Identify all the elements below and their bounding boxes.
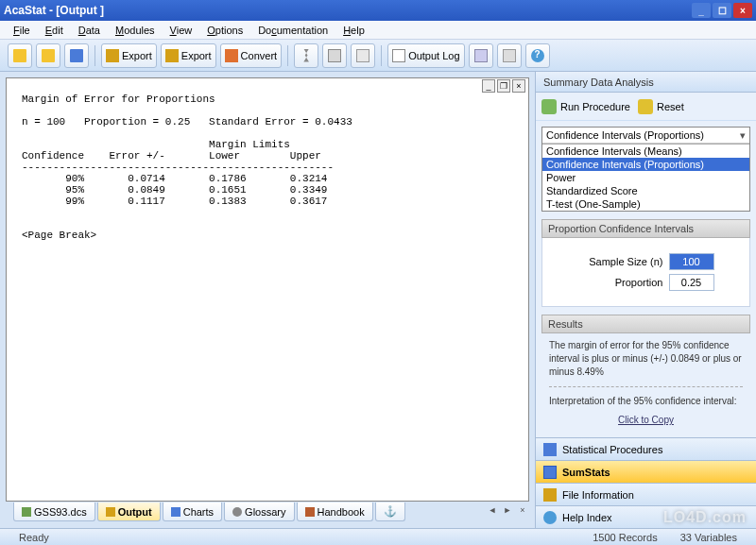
file-icon [543, 488, 557, 502]
menu-view[interactable]: View [163, 23, 200, 38]
tab-output[interactable]: Output [97, 502, 161, 521]
menubar: File Edit Data Modules View Options Docu… [0, 21, 756, 40]
paste-icon [356, 49, 369, 62]
tab-glossary[interactable]: Glossary [224, 502, 294, 521]
nav-help-index[interactable]: Help Index [536, 505, 756, 528]
calc-button[interactable] [469, 43, 493, 68]
procedure-selected[interactable]: Confidence Intervals (Proportions) [542, 128, 749, 144]
close-button[interactable]: × [733, 3, 752, 18]
procedure-option[interactable]: Confidence Intervals (Means) [542, 145, 749, 158]
sample-size-label: Sample Size (n) [578, 256, 663, 267]
procedure-option[interactable]: Confidence Intervals (Proportions) [542, 158, 749, 171]
sumstats-icon [543, 466, 557, 479]
run-icon [541, 99, 557, 114]
proportion-label: Proportion [578, 277, 663, 288]
calculator-icon [474, 49, 488, 62]
convert-button[interactable]: Convert [220, 43, 283, 68]
open-button[interactable] [8, 43, 32, 68]
output-log-button[interactable]: Output Log [387, 43, 464, 68]
menu-modules[interactable]: Modules [108, 23, 163, 38]
maximize-button[interactable]: ☐ [713, 3, 731, 18]
procedure-option[interactable]: Power [542, 171, 749, 184]
side-panel: Summary Data Analysis Run Procedure Rese… [535, 72, 756, 528]
tab-next-button[interactable]: ► [501, 505, 514, 519]
toolbar: Export Export Convert Output Log [0, 40, 756, 72]
folder-icon [13, 49, 26, 62]
run-procedure-button[interactable]: Run Procedure [541, 99, 630, 114]
status-variables: 33 Variables [669, 532, 748, 543]
doc-close-button[interactable]: × [512, 79, 525, 93]
status-records: 1500 Records [581, 532, 669, 543]
log-icon [392, 49, 405, 62]
reset-icon [638, 99, 653, 114]
procedure-option[interactable]: T-test (One-Sample) [542, 197, 749, 211]
menu-help[interactable]: Help [335, 23, 372, 38]
folder-icon [42, 49, 55, 62]
doc-minimize-button[interactable]: _ [482, 79, 495, 93]
menu-data[interactable]: Data [71, 23, 108, 38]
document-tabs: GSS93.dcs Output Charts Glossary Handboo… [6, 502, 529, 522]
menu-edit[interactable]: Edit [38, 23, 71, 38]
export-icon [106, 49, 119, 62]
scissors-icon [300, 49, 313, 62]
data-icon [22, 507, 31, 517]
copy-button[interactable] [322, 43, 347, 68]
export-button-1[interactable]: Export [101, 43, 157, 68]
output-icon [106, 507, 115, 517]
results-title: Results [541, 315, 750, 333]
procedure-select[interactable]: Confidence Intervals (Proportions) Confi… [541, 127, 750, 212]
export-button-2[interactable]: Export [161, 43, 216, 68]
output-text[interactable]: Margin of Error for Proportions n = 100 … [6, 77, 529, 502]
convert-icon [225, 49, 238, 62]
output-panel: _ ❐ × Margin of Error for Proportions n … [0, 72, 535, 528]
results-body: The margin of error for the 95% confiden… [541, 333, 750, 433]
proportion-input[interactable] [669, 274, 714, 291]
side-panel-title: Summary Data Analysis [536, 72, 756, 93]
tab-more[interactable]: ⚓ [375, 502, 405, 521]
status-ready: Ready [8, 532, 60, 543]
help-icon [531, 49, 544, 62]
tab-close-button[interactable]: × [516, 505, 529, 519]
statusbar: Ready 1500 Records 33 Variables [0, 528, 756, 545]
menu-file[interactable]: File [6, 23, 38, 38]
reset-button[interactable]: Reset [638, 99, 684, 114]
sample-size-input[interactable] [669, 253, 714, 270]
tab-prev-button[interactable]: ◄ [486, 505, 499, 519]
app-title: AcaStat - [Output ] [4, 4, 104, 17]
tab-handbook[interactable]: Handbook [297, 502, 373, 521]
menu-options[interactable]: Options [199, 23, 250, 38]
open2-button[interactable] [36, 43, 60, 68]
save-button[interactable] [64, 43, 89, 68]
nav-sumstats[interactable]: SumStats [536, 460, 756, 483]
click-to-copy-link[interactable]: Click to Copy [549, 414, 743, 427]
nav-file-information[interactable]: File Information [536, 483, 756, 505]
section-ci-title: Proportion Confidence Intervals [541, 219, 750, 238]
anchor-icon: ⚓ [384, 505, 397, 518]
doc-restore-button[interactable]: ❐ [497, 79, 510, 93]
menu-documentation[interactable]: Documentation [250, 23, 335, 38]
procedure-option[interactable]: Standardized Score [542, 184, 749, 197]
export-icon [165, 49, 179, 62]
titlebar: AcaStat - [Output ] _ ☐ × [0, 0, 756, 21]
nav-statistical-procedures[interactable]: Statistical Procedures [536, 437, 756, 460]
stat-icon [543, 443, 557, 456]
results-text-1: The margin of error for the 95% confiden… [549, 339, 743, 379]
handbook-icon [305, 507, 315, 517]
glossary-icon [232, 507, 242, 517]
help-icon [543, 511, 557, 524]
paste-button[interactable] [351, 43, 375, 68]
cut-button[interactable] [294, 43, 318, 68]
charts-icon [171, 507, 180, 517]
section-ci-body: Sample Size (n) Proportion [541, 238, 750, 307]
minimize-button[interactable]: _ [692, 3, 711, 18]
tab-charts[interactable]: Charts [163, 502, 222, 521]
printer-icon [503, 49, 516, 62]
results-text-2: Interpretation of the 95% confidence int… [549, 395, 743, 408]
tab-data[interactable]: GSS93.dcs [13, 502, 95, 521]
help-button[interactable] [525, 43, 550, 68]
copy-icon [328, 49, 341, 62]
procedure-list[interactable]: Confidence Intervals (Means) Confidence … [542, 144, 749, 211]
disk-icon [70, 49, 83, 62]
print-button[interactable] [497, 43, 522, 68]
